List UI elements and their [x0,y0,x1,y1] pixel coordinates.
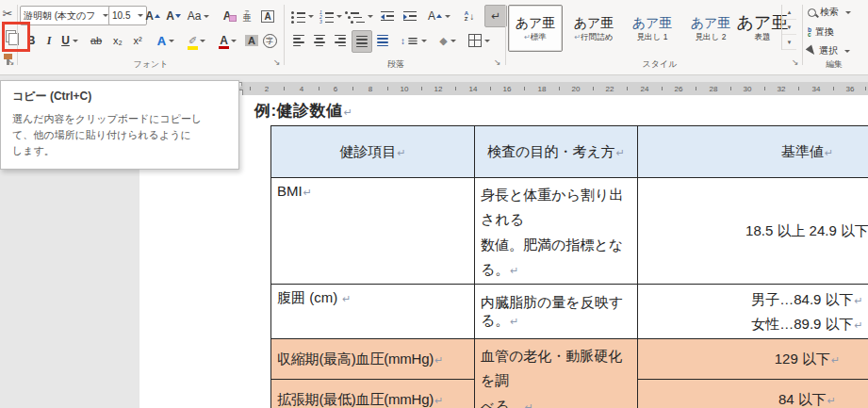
font-dialog-launcher[interactable]: ↘ [273,57,281,67]
cell-waist-standard[interactable]: 男子…84.9 以下↵ 女性…89.9 以下↵ [638,285,868,339]
superscript-button[interactable]: x² [128,30,147,51]
cell-waist-item[interactable]: 腹囲 (cm) ↵ [271,285,475,339]
search-label: 検索 [820,6,839,19]
cell-bmi-item[interactable]: BMI↵ [271,178,475,285]
distribute-button[interactable] [373,30,392,51]
show-formatting-marks-button[interactable]: ↵ [484,5,507,27]
style-card-normal[interactable]: あア亜 ↵標準 [508,5,563,52]
sort-button[interactable]: AZ↓ [458,6,481,26]
style-gallery-more-button[interactable]: ▼ [782,35,796,50]
scissors-icon: ✂ [3,7,13,21]
enclose-characters-button[interactable]: 字 [261,30,278,51]
multilevel-list-button[interactable] [346,6,372,26]
paragraph-group-label: 段落 [339,58,452,71]
ruler-tick [696,87,696,90]
character-shading-button[interactable]: A [243,30,260,51]
group-separator [505,5,506,65]
style-gallery-scroll: ▲ ▼ ▼ [781,5,796,50]
paragraph-mark: ↵ [344,106,353,118]
change-case-icon: Aa [188,10,202,22]
paragraph-dialog-launcher[interactable]: ↘ [494,57,501,67]
align-left-button[interactable] [289,30,308,51]
ruler-tick [490,87,491,90]
ribbon-home-tab: ✂ ↘ 游明朝 (本文のフ 10.5 A A Aa A ア亜 [0,0,868,75]
header-cell-purpose[interactable]: 検査の目的・考え方↵ [475,126,638,178]
ruler-tick [455,87,456,90]
align-center-button[interactable] [310,30,329,51]
style-scroll-up-button[interactable]: ▲ [782,5,796,20]
underline-button[interactable]: U [57,30,82,51]
search-button[interactable]: 検索 [808,6,851,19]
justify-button[interactable] [352,30,372,53]
shrink-font-button[interactable]: A [164,6,183,26]
word-window: ✂ ↘ 游明朝 (本文のフ 10.5 A A Aa A ア亜 [0,0,868,408]
ruler-number: 28 [710,85,718,93]
shrink-font-icon: A [166,10,174,22]
replace-icon: bc [808,27,811,37]
italic-button[interactable]: I [41,30,57,51]
clear-formatting-button[interactable]: A [218,6,237,26]
character-border-icon: A [261,10,273,23]
font-name-combo[interactable]: 游明朝 (本文のフ [20,6,112,25]
font-color-button[interactable]: A [215,30,241,51]
strikethrough-button[interactable]: ab [86,30,106,51]
asian-layout-button[interactable]: A [425,6,453,26]
line-spacing-icon: ↕ [401,35,418,47]
ruler-tick [284,87,285,90]
style-scroll-down-button[interactable]: ▼ [782,20,796,35]
phonetic-guide-button[interactable]: ア亜 [239,5,254,25]
numbered-list-button[interactable] [318,6,344,26]
ruler-number: 10 [401,85,409,93]
cell-systolic-standard[interactable]: 129 以下↵ [638,339,868,380]
decrease-indent-button[interactable] [377,6,398,26]
header-cell-standard[interactable]: 基準値↵ [638,126,868,178]
cell-bp-purpose-merged[interactable]: 血管の老化・動脈硬化を調 べる。↵ [475,339,638,408]
ruler-tick [559,87,560,90]
replace-label: 置換 [815,25,834,39]
cell-diastolic-item[interactable]: 拡張期(最低)血圧(mmHg)↵ [271,380,475,408]
styles-dialog-launcher[interactable]: ↘ [792,57,799,67]
cell-waist-purpose[interactable]: 内臓脂肪の量を反映する。↵ [475,285,638,339]
document-heading[interactable]: 例:健診数値↵ [254,100,352,122]
replace-button[interactable]: bc 置換 [808,25,834,39]
change-case-button[interactable]: Aa [186,6,211,26]
cell-diastolic-standard[interactable]: 84 以下↵ [638,380,868,408]
ruler-tick [833,87,834,90]
bullet-list-icon [291,9,305,23]
increase-indent-icon [403,11,417,22]
cell-bmi-standard[interactable]: 18.5 以上 24.9 以下 [638,178,868,285]
borders-button[interactable] [465,30,493,51]
ruler-tick [798,87,799,90]
character-shading-icon: A [245,35,258,46]
ruler-tick [662,87,663,90]
ruler-tick [421,87,422,90]
select-button[interactable]: 選択 [808,44,850,57]
style-card-heading2[interactable]: あア亜 見出し 2 [683,5,738,52]
clipboard-dialog-launcher[interactable]: ↘ [8,57,15,67]
ruler-number: 32 [778,85,786,93]
text-effects-button[interactable]: A [153,30,179,51]
bullet-list-button[interactable] [289,6,316,26]
ruler-number: 30 [744,85,752,93]
distribute-icon [377,33,388,48]
increase-indent-button[interactable] [400,6,420,26]
line-spacing-button[interactable]: ↕ [400,30,428,51]
table-header-row: 健診項目↵ 検査の目的・考え方↵ 基準値↵ [271,126,868,178]
font-name-value: 游明朝 (本文のフ [24,9,96,23]
grow-font-button[interactable]: A [143,6,162,26]
header-cell-item[interactable]: 健診項目↵ [271,126,475,178]
style-card-title[interactable]: あア亜 表題 [742,5,783,52]
horizontal-ruler[interactable]: 246810121416182022242628303234362 [139,82,868,95]
align-right-button[interactable] [331,30,350,51]
cut-button[interactable]: ✂ [1,3,14,24]
highlight-color-button[interactable]: ✐ [183,30,211,51]
font-size-combo[interactable]: 10.5 [108,6,147,25]
style-card-no-spacing[interactable]: あア亜 ↵行間詰め [566,5,621,52]
underline-icon: U [61,35,70,46]
character-border-button[interactable]: A [258,6,277,26]
cell-systolic-item[interactable]: 収縮期(最高)血圧(mmHg)↵ [271,339,475,380]
subscript-button[interactable]: x₂ [108,30,127,51]
shading-button[interactable]: ◆ [434,30,461,51]
cell-bmi-purpose[interactable]: 身長と体重から割り出される 数値。肥満の指標となる。↵ [475,178,638,285]
style-card-heading1[interactable]: あア亜 見出し 1 [625,5,680,52]
